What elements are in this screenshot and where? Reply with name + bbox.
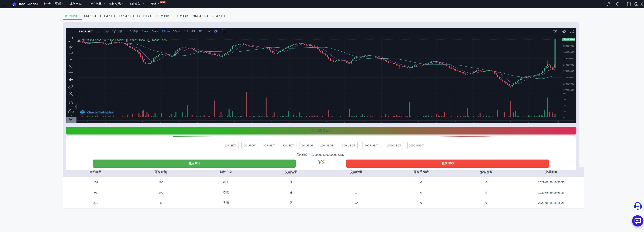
svg-text:27840.0000: 27840.0000: [563, 76, 574, 79]
svg-text:7: 7: [436, 121, 437, 123]
svg-text:7: 7: [178, 121, 180, 123]
svg-text:30: 30: [563, 98, 566, 100]
svg-text:7: 7: [160, 121, 161, 123]
svg-text:T: T: [70, 59, 72, 63]
svg-text:7: 7: [326, 121, 327, 123]
svg-text:27920.0000: 27920.0000: [563, 64, 574, 66]
svg-text:8: 8: [558, 121, 559, 123]
svg-text:7: 7: [215, 121, 216, 123]
svg-text:4H: 4H: [192, 30, 195, 33]
svg-text:7: 7: [528, 121, 529, 123]
svg-text:27880.0000: 27880.0000: [563, 70, 574, 72]
svg-text:7: 7: [86, 121, 88, 123]
svg-text:7: 7: [307, 121, 308, 123]
svg-text:Chart by TradingView: Chart by TradingView: [87, 111, 114, 114]
svg-text:30min: 30min: [173, 30, 180, 33]
svg-text:1H: 1H: [184, 30, 188, 33]
svg-text:7: 7: [252, 121, 253, 123]
svg-text:1D: 1D: [199, 30, 202, 33]
svg-text:28082.1200: 28082.1200: [562, 38, 575, 41]
svg-text:7: 7: [362, 121, 364, 123]
svg-text:1min: 1min: [142, 30, 148, 33]
svg-text:7: 7: [454, 121, 456, 123]
svg-text:7: 7: [197, 121, 198, 123]
svg-text:28000.0000: 28000.0000: [563, 51, 574, 53]
svg-text:7: 7: [344, 121, 345, 123]
svg-text:7: 7: [510, 121, 511, 123]
svg-text:40: 40: [563, 92, 566, 94]
svg-text:BTC/USDT: BTC/USDT: [78, 30, 93, 33]
svg-text:天: 天: [98, 30, 101, 33]
svg-text:7: 7: [399, 121, 400, 123]
svg-text:0: 0: [563, 116, 564, 118]
svg-text:模板: 模板: [132, 30, 138, 33]
svg-text:27800.0000: 27800.0000: [563, 83, 574, 85]
svg-text:7: 7: [473, 121, 474, 123]
svg-text:7: 7: [270, 121, 272, 123]
svg-text:7: 7: [491, 121, 492, 123]
svg-text:7: 7: [418, 121, 419, 123]
svg-text:5min: 5min: [152, 30, 158, 33]
svg-text:7: 7: [289, 121, 290, 123]
svg-text:比較: 比較: [117, 30, 122, 33]
svg-text:27960.0000: 27960.0000: [563, 57, 574, 60]
svg-text:7: 7: [381, 121, 382, 123]
svg-text:1W: 1W: [206, 30, 210, 33]
svg-text:15min: 15min: [162, 30, 170, 33]
svg-text:20: 20: [563, 104, 566, 106]
svg-text:7: 7: [105, 121, 106, 123]
svg-text:28040.0000: 28040.0000: [563, 45, 574, 47]
svg-text:7: 7: [142, 121, 143, 123]
svg-text:7: 7: [123, 121, 124, 123]
svg-text:7: 7: [234, 121, 235, 123]
svg-text:27760.0000: 27760.0000: [563, 89, 574, 91]
svg-text:10: 10: [563, 110, 566, 112]
